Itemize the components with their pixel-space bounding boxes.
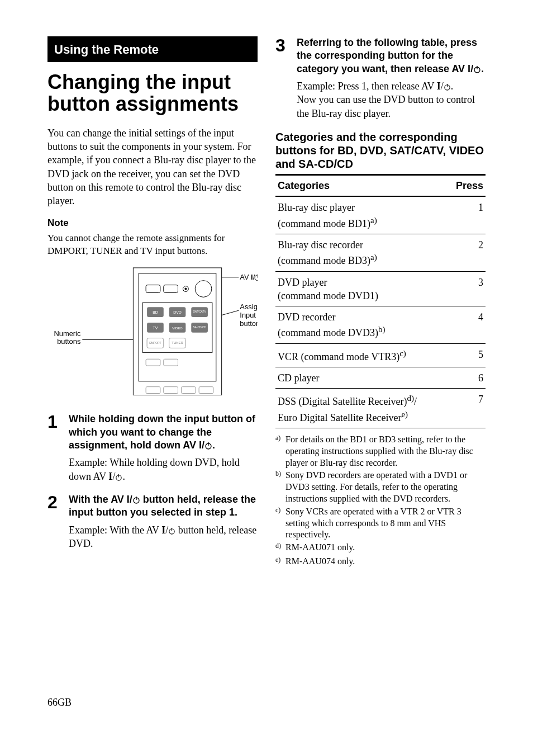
- svg-text:SAT/CATV: SAT/CATV: [193, 311, 206, 314]
- table-row: Blu-ray disc recorder(command mode BD3)a…: [275, 234, 486, 271]
- categories-table: Categories Press Blu-ray disc player(com…: [275, 176, 486, 428]
- svg-text:TV: TV: [153, 326, 158, 330]
- table-header-press: Press: [448, 176, 486, 196]
- svg-point-8: [184, 288, 187, 290]
- footnotes: a) For details on the BD1 or BD3 setting…: [275, 434, 486, 569]
- step-number: 2: [47, 493, 62, 550]
- svg-text:Numeric: Numeric: [54, 329, 80, 338]
- step-heading: With the AV I/ button held, release the …: [69, 493, 258, 519]
- step-2: 2 With the AV I/ button held, release th…: [47, 493, 258, 550]
- svg-point-36: [255, 275, 258, 281]
- intro-text: You can change the initial settings of t…: [47, 126, 258, 208]
- footnote-d: d) RM-AAU071 only.: [275, 542, 486, 555]
- svg-text:TUNER: TUNER: [172, 342, 183, 345]
- step-1: 1 While holding down the input button of…: [47, 413, 258, 483]
- table-row: DVD player(command mode DVD1) 3: [275, 271, 486, 306]
- step-heading: Referring to the following table, press …: [297, 36, 486, 75]
- power-icon: [204, 442, 212, 450]
- step-example: Example: While holding down DVD, hold do…: [69, 456, 258, 483]
- step-example: Example: With the AV I/ button held, rel…: [69, 523, 258, 551]
- svg-text:buttons: buttons: [57, 338, 80, 346]
- svg-text:DMPORT: DMPORT: [149, 342, 161, 345]
- page-title: Changing the input button assignments: [47, 71, 258, 115]
- svg-text:buttons: buttons: [240, 319, 258, 328]
- svg-text:Input: Input: [240, 311, 256, 319]
- svg-text:SA-CD/CD: SA-CD/CD: [193, 326, 206, 329]
- footnote-c: c) Sony VCRs are operated with a VTR 2 o…: [275, 506, 486, 541]
- power-icon: [132, 496, 140, 504]
- remote-diagram: BD DVD SAT/CATV TV VIDEO SA-CD/CD DMPORT…: [47, 265, 258, 401]
- remote-svg: BD DVD SAT/CATV TV VIDEO SA-CD/CD DMPORT…: [47, 265, 258, 398]
- power-icon: [115, 474, 122, 481]
- footnote-a: a) For details on the BD1 or BD3 setting…: [275, 434, 486, 469]
- power-icon: [473, 65, 481, 73]
- step-3: 3 Referring to the following table, pres…: [275, 36, 486, 120]
- svg-text:VIDEO: VIDEO: [172, 327, 183, 330]
- section-header: Using the Remote: [47, 36, 258, 62]
- note-text: You cannot change the remote assignments…: [47, 232, 258, 258]
- table-row: DSS (Digital Satellite Receiver)d)/Euro …: [275, 389, 486, 428]
- table-row: VCR (command mode VTR3)c) 5: [275, 343, 486, 367]
- svg-text:DVD: DVD: [173, 311, 182, 315]
- svg-text:AV I/: AV I/: [240, 273, 255, 281]
- page-number: 66GB: [47, 696, 258, 709]
- step-number: 3: [275, 36, 290, 120]
- categories-subheading: Categories and the corresponding buttons…: [275, 130, 486, 176]
- power-icon: [168, 527, 175, 535]
- step-number: 1: [47, 413, 62, 483]
- footnote-b: b) Sony DVD recorders are operated with …: [275, 470, 486, 504]
- table-header-categories: Categories: [275, 176, 448, 196]
- table-row: CD player 6: [275, 367, 486, 389]
- footnote-e: e) RM-AAU074 only.: [275, 556, 486, 569]
- svg-text:Assignable: Assignable: [240, 303, 258, 311]
- table-row: Blu-ray disc player(command mode BD1)a) …: [275, 196, 486, 234]
- note-heading: Note: [47, 217, 258, 230]
- power-icon: [444, 83, 451, 91]
- step-heading: While holding down the input button of w…: [69, 413, 258, 452]
- svg-text:BD: BD: [153, 311, 158, 315]
- step-example: Example: Press 1, then release AV I/. No…: [297, 79, 486, 120]
- table-row: DVD recorder(command mode DVD3)b) 4: [275, 306, 486, 344]
